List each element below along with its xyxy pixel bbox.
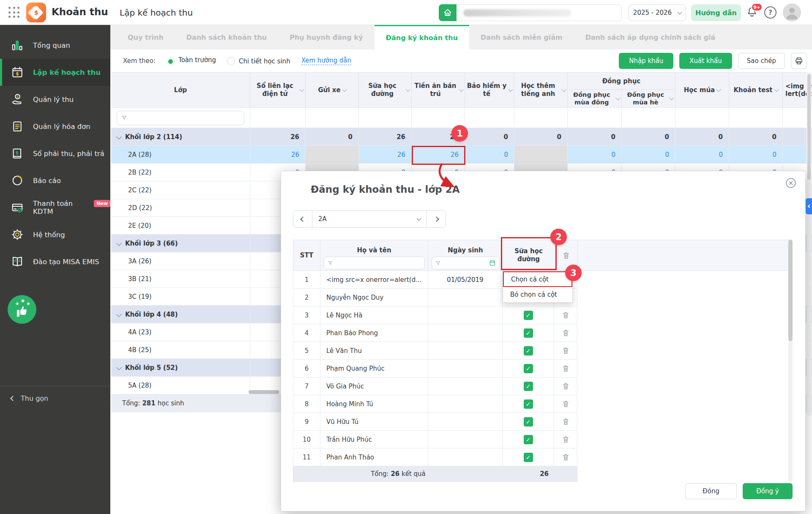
checkbox-checked-icon[interactable]: ✓ — [524, 417, 533, 427]
checkbox-checked-icon[interactable]: ✓ — [524, 364, 533, 373]
feedback-thumbs-up-button[interactable]: ★ ★ ★ — [8, 295, 36, 324]
trash-icon[interactable] — [562, 329, 570, 337]
column-header[interactable]: Sữa học đường — [359, 73, 412, 107]
sidebar-item-qu-n-l-h-a-n[interactable]: Quản lý hóa đơn — [0, 113, 110, 140]
class-name-cell[interactable]: Khối lớp 2 (114) — [111, 128, 250, 145]
fee-count-cell[interactable]: 0 — [622, 128, 675, 145]
view-guide-link[interactable]: Xem hướng dẫn — [301, 57, 351, 65]
class-name-cell[interactable]: Khối lớp 4 (48) — [111, 306, 250, 323]
checkbox-checked-icon[interactable]: ✓ — [524, 453, 533, 462]
trash-icon[interactable] — [562, 311, 570, 319]
sidebar-item--o-t-o-misa-emis[interactable]: Đào tạo MISA EMIS — [0, 248, 110, 275]
radio-whole-school[interactable]: Toàn trường — [167, 56, 216, 66]
next-class-button[interactable] — [427, 211, 446, 227]
student-row[interactable]: 9Vũ Hữu Tú✓ — [293, 413, 577, 431]
delete-row-cell[interactable] — [554, 360, 577, 377]
screen-edge-collapse-tab[interactable] — [806, 198, 812, 214]
fee-count-cell[interactable]: 0 — [622, 146, 675, 163]
column-header[interactable]: Bảo hiểm y tế — [465, 73, 514, 107]
column-header-class[interactable]: Lớp — [111, 73, 250, 107]
trash-icon[interactable] — [562, 418, 570, 426]
student-row[interactable]: 6Phạm Quang Phúc✓ — [293, 360, 577, 377]
sidebar-collapse-button[interactable]: Thu gọn — [0, 389, 110, 407]
class-select[interactable]: 2A — [312, 211, 427, 227]
fee-checkbox-cell[interactable]: ✓ — [503, 324, 554, 342]
column-header[interactable]: Gửi xe — [306, 73, 359, 107]
menu-item-deselect-all[interactable]: Bỏ chọn cả cột — [503, 287, 572, 302]
class-name-cell[interactable]: 2B (22) — [111, 164, 250, 181]
dob-filter-input[interactable] — [432, 257, 500, 269]
student-row[interactable]: 4Phan Bảo Phong✓ — [293, 324, 577, 342]
fee-count-cell[interactable]: 26 — [359, 128, 412, 145]
fee-checkbox-cell[interactable]: ✓ — [503, 413, 554, 430]
fee-count-cell[interactable]: 0 — [514, 128, 568, 145]
avatar[interactable] — [783, 3, 801, 22]
fee-count-cell[interactable]: 0 — [306, 128, 359, 145]
student-row[interactable]: 10Trần Hữu Phúc✓ — [293, 431, 577, 448]
fee-count-cell[interactable]: 0 — [568, 146, 622, 163]
home-button[interactable] — [439, 4, 457, 21]
delete-row-cell[interactable] — [554, 324, 577, 342]
column-header[interactable]: Đồng phục mùa đông — [568, 90, 622, 107]
column-header[interactable]: Tiền ăn bán trú — [412, 73, 465, 107]
class-name-cell[interactable]: 5A (28) — [111, 377, 250, 394]
tab--ng-k-kho-n-thu[interactable]: Đăng ký khoản thu — [375, 25, 469, 49]
sidebar-item-b-o-c-o[interactable]: Báo cáo — [0, 167, 110, 194]
prev-class-button[interactable] — [293, 211, 312, 227]
help-button[interactable]: ? — [764, 6, 776, 19]
checkbox-checked-icon[interactable]: ✓ — [524, 382, 533, 391]
sidebar-item-qu-n-l-thu[interactable]: $Quản lý thu — [0, 86, 110, 113]
export-button[interactable]: Xuất khẩu — [679, 53, 732, 69]
class-name-cell[interactable]: 2E (20) — [111, 217, 250, 234]
close-button[interactable]: Đóng — [685, 483, 737, 499]
column-header[interactable]: Học múa — [675, 73, 729, 107]
delete-row-cell[interactable] — [554, 413, 577, 430]
delete-row-cell[interactable] — [554, 377, 577, 395]
fee-count-cell[interactable]: 0 — [465, 128, 514, 145]
fee-checkbox-cell[interactable]: ✓ — [503, 395, 554, 413]
checkbox-checked-icon[interactable]: ✓ — [524, 435, 533, 444]
student-row[interactable]: 7Võ Gia Phúc✓ — [293, 377, 577, 395]
app-launcher-icon[interactable] — [8, 7, 20, 19]
class-name-cell[interactable]: Khối lớp 5 (52) — [111, 359, 250, 376]
class-name-cell[interactable]: 2C (22) — [111, 181, 250, 199]
menu-item-select-all[interactable]: Chọn cả cột — [503, 271, 572, 287]
column-header[interactable]: Đồng phục mùa hè — [622, 90, 675, 107]
modal-scrollbar[interactable] — [788, 240, 793, 482]
column-header[interactable]: Khoản test — [729, 73, 783, 107]
tab-quy-tr-nh[interactable]: Quy trình — [116, 25, 175, 49]
class-name-cell[interactable]: 2D (22) — [111, 199, 250, 216]
student-row[interactable]: 5Lê Văn Thu✓ — [293, 342, 577, 360]
trash-icon[interactable] — [562, 364, 570, 372]
name-filter-input[interactable] — [324, 257, 425, 269]
tab-danh-s-ch-mi-n-gi-m[interactable]: Danh sách miễn giảm — [469, 25, 574, 49]
sidebar-item-thanh-to-n-kdtm[interactable]: Thanh toán KDTMNew — [0, 194, 110, 221]
guide-button[interactable]: Hướng dẫn — [691, 4, 741, 21]
modal-close-button[interactable] — [785, 177, 797, 189]
import-button[interactable]: Nhập khẩu — [619, 53, 673, 69]
class-name-cell[interactable]: 4B (25) — [111, 341, 250, 358]
radio-student-detail[interactable]: Chi tiết học sinh — [227, 57, 290, 65]
student-row[interactable]: 3Lê Ngọc Hà✓ — [293, 306, 577, 324]
fee-count-cell[interactable]: 0 — [675, 146, 729, 163]
column-header[interactable]: Sổ liên lạc điện tử — [250, 73, 306, 107]
sidebar-item-l-p-k-ho-ch-thu[interactable]: $Lập kế hoạch thu — [0, 59, 110, 86]
checkbox-checked-icon[interactable]: ✓ — [524, 399, 533, 409]
checkbox-checked-icon[interactable]: ✓ — [524, 328, 533, 338]
checkbox-checked-icon[interactable]: ✓ — [524, 346, 533, 355]
fee-checkbox-cell[interactable]: ✓ — [503, 431, 554, 448]
fee-checkbox-cell[interactable]: ✓ — [503, 306, 554, 324]
fee-count-cell[interactable]: 0 — [729, 146, 783, 163]
fee-count-cell[interactable]: 26 — [250, 146, 306, 163]
student-row[interactable]: 8Hoàng Minh Tú✓ — [293, 395, 577, 413]
fee-count-cell[interactable]: 0 — [729, 128, 783, 145]
trash-icon[interactable] — [562, 347, 570, 355]
fee-count-cell[interactable]: 0 — [568, 128, 622, 145]
sidebar-item-t-ng-quan[interactable]: Tổng quan — [0, 32, 110, 59]
class-name-cell[interactable]: 4A (23) — [111, 323, 250, 341]
delete-row-cell[interactable] — [554, 448, 577, 466]
calendar-icon[interactable] — [489, 260, 496, 266]
tab-danh-s-ch-p-d-ng-ch-nh-s-ch-gi-[interactable]: Danh sách áp dụng chính sách giá — [574, 25, 727, 49]
class-name-cell[interactable]: 3B (21) — [111, 270, 250, 287]
tab-ph-huynh-ng-k-[interactable]: Phụ huynh đăng ký — [278, 25, 374, 49]
